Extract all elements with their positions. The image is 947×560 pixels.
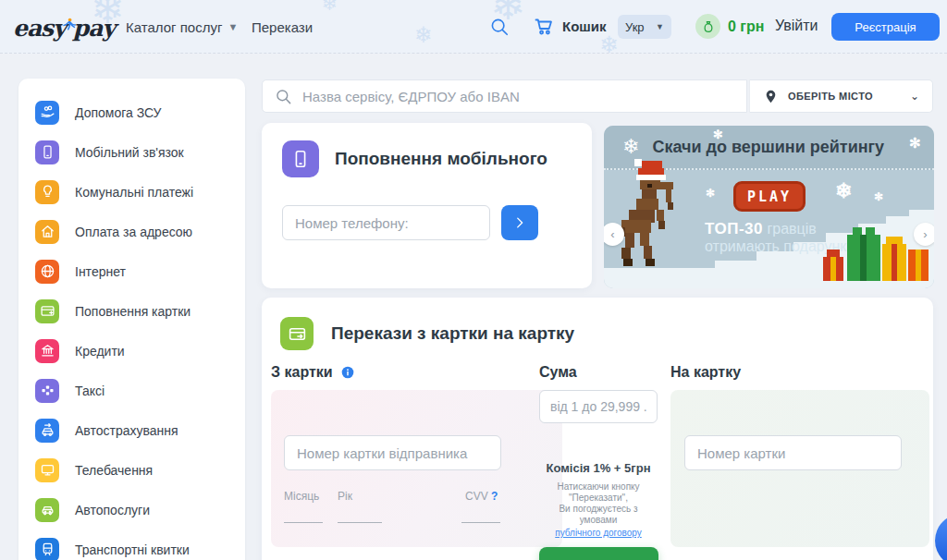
public-contract-link[interactable]: публічного договору xyxy=(555,528,642,539)
lightbulb-icon xyxy=(35,180,59,204)
commission-note: Комісія 1% + 5грн xyxy=(539,461,658,475)
sidebar-item-card-plus[interactable]: Поповнення картки xyxy=(18,291,245,331)
sidebar-item-tv[interactable]: Телебачення xyxy=(18,450,245,490)
taxi-checker-icon xyxy=(35,379,59,403)
chevron-down-icon: ⌄ xyxy=(910,90,919,103)
car-icon xyxy=(35,498,59,522)
cart-button[interactable]: Кошик xyxy=(533,15,607,37)
sidebar-item-bank[interactable]: Кредити xyxy=(18,331,245,371)
snowflake-decoration: ❄ xyxy=(835,179,852,203)
card-plus-icon xyxy=(35,299,59,323)
tram-icon xyxy=(35,538,59,560)
hand-coins-icon xyxy=(35,101,59,125)
sparkle-decoration: ✻ xyxy=(706,187,715,200)
sidebar-item-label: Телебачення xyxy=(75,463,153,478)
banner-players: гравців xyxy=(763,221,817,237)
phone-topup-submit-button[interactable] xyxy=(501,205,538,240)
sidebar-item-label: Оплата за адресою xyxy=(75,225,192,239)
to-card-label: На картку xyxy=(670,364,741,381)
sidebar-item-label: Комунальні платежі xyxy=(75,185,193,200)
logo-text-pay: pay xyxy=(73,15,115,42)
amount-label: Сума xyxy=(539,364,577,381)
year-label: Рік xyxy=(338,490,352,503)
banner-title: Скачи до вершини рейтингу xyxy=(652,138,884,157)
city-selector[interactable]: ОБЕРІТЬ МІСТО ⌄ xyxy=(749,79,933,113)
car-refresh-icon xyxy=(35,419,59,443)
sidebar-item-car-refresh[interactable]: Автострахування xyxy=(18,410,245,450)
nav-catalog[interactable]: Каталог послуг ▼ xyxy=(126,0,238,54)
balance-badge[interactable]: 0 грн xyxy=(695,14,764,39)
snowflake-icon: ❄ xyxy=(622,135,639,159)
card-transfer-icon xyxy=(280,317,314,350)
sidebar-item-label: Автопослуги xyxy=(75,503,150,517)
promo-banner[interactable]: ❄ Скачи до вершини рейтингу ✻ ✻ ✻ ❄ ✻ xyxy=(604,126,934,288)
phone-number-input[interactable] xyxy=(282,205,490,240)
logo-text-easy: easy xyxy=(13,15,66,42)
tv-icon xyxy=(35,458,59,482)
sender-card-panel: Місяць Рік CVV ? xyxy=(271,390,562,547)
home-icon xyxy=(35,220,59,244)
language-value: Укр xyxy=(625,20,645,34)
banner-top30: ТОП-30 xyxy=(705,220,763,237)
language-select[interactable]: Укр ▼ xyxy=(618,15,671,39)
recipient-card-number-input[interactable] xyxy=(684,435,902,470)
cvv-help-icon[interactable]: ? xyxy=(491,490,498,503)
header: ❄ ❄ ❄ ❄ ❄ easy pay Каталог послуг ▼ Пере… xyxy=(0,0,947,54)
sidebar-item-label: Транспортні квитки xyxy=(75,542,190,557)
sparkle-decoration: ✻ xyxy=(874,190,883,203)
mobile-topup-title: Поповнення мобільного xyxy=(335,149,547,169)
sidebar-item-label: Мобільний зв'язок xyxy=(75,145,184,160)
sidebar-item-lightbulb[interactable]: Комунальні платежі xyxy=(18,172,245,212)
nav-transfers[interactable]: Перекази xyxy=(252,0,313,54)
info-icon[interactable] xyxy=(340,365,355,380)
sidebar-item-label: Автострахування xyxy=(75,423,178,438)
search-icon[interactable] xyxy=(489,17,510,37)
balance-amount: 0 грн xyxy=(728,18,764,35)
sidebar-item-label: Кредити xyxy=(75,344,125,359)
sidebar-item-hand-coins[interactable]: Допомога ЗСУ xyxy=(18,92,245,132)
register-button[interactable]: Реєстрація xyxy=(831,13,940,41)
mobile-topup-card: Поповнення мобільного xyxy=(262,123,592,288)
amount-column: Комісія 1% + 5грн Натискаючи кнопку "Пер… xyxy=(539,390,658,560)
amount-input[interactable] xyxy=(539,390,658,423)
bank-icon xyxy=(35,339,59,363)
chat-widget-button[interactable] xyxy=(935,514,947,560)
globe-icon xyxy=(35,260,59,284)
nav-catalog-label: Каталог послуг xyxy=(126,19,222,35)
sparkle-decoration: ✻ xyxy=(909,135,921,152)
month-label: Місяць xyxy=(284,490,319,503)
smartphone-icon xyxy=(35,140,59,164)
search-icon xyxy=(275,88,292,105)
agreement-text: Натискаючи кнопку "Переказати", Ви погод… xyxy=(539,481,658,539)
service-search-input[interactable] xyxy=(302,89,746,104)
arrow-right-icon xyxy=(511,214,528,231)
carousel-next-button[interactable]: › xyxy=(914,223,934,246)
city-selector-label: ОБЕРІТЬ МІСТО xyxy=(788,91,901,102)
nav-transfers-label: Перекази xyxy=(252,19,313,35)
pixel-horse-illustration xyxy=(609,159,699,277)
sidebar-item-home[interactable]: Оплата за адресою xyxy=(18,212,245,251)
services-sidebar: Допомога ЗСУМобільний зв'язокКомунальні … xyxy=(18,79,245,560)
recipient-card-panel xyxy=(670,390,929,547)
cvv-input[interactable] xyxy=(461,506,500,523)
sidebar-item-taxi-checker[interactable]: Таксі xyxy=(18,371,245,410)
sidebar-item-smartphone[interactable]: Мобільний зв'язок xyxy=(18,132,245,172)
month-input[interactable] xyxy=(284,506,323,523)
cvv-label: CVV ? xyxy=(465,490,498,503)
sidebar-item-car[interactable]: Автопослуги xyxy=(18,490,245,530)
cart-label: Кошик xyxy=(562,18,607,34)
play-button[interactable]: PLAY xyxy=(733,181,806,212)
transfer-title: Перекази з картки на картку xyxy=(331,323,574,344)
easypay-logo[interactable]: easy pay xyxy=(13,9,115,46)
from-card-label: З картки xyxy=(271,364,355,381)
location-pin-icon xyxy=(763,89,779,104)
sidebar-item-tram[interactable]: Транспортні квитки xyxy=(18,530,245,560)
sidebar-item-label: Інтернет xyxy=(75,264,126,279)
year-input[interactable] xyxy=(338,506,382,523)
sidebar-item-label: Поповнення картки xyxy=(75,304,191,319)
sender-card-number-input[interactable] xyxy=(284,435,501,470)
transfer-submit-button[interactable]: Переказати xyxy=(539,547,658,560)
easypay-home-screen: ❄ ❄ ❄ ❄ ❄ easy pay Каталог послуг ▼ Пере… xyxy=(0,0,947,560)
sidebar-item-globe[interactable]: Інтернет xyxy=(18,251,245,291)
login-button[interactable]: Увійти xyxy=(775,18,818,34)
